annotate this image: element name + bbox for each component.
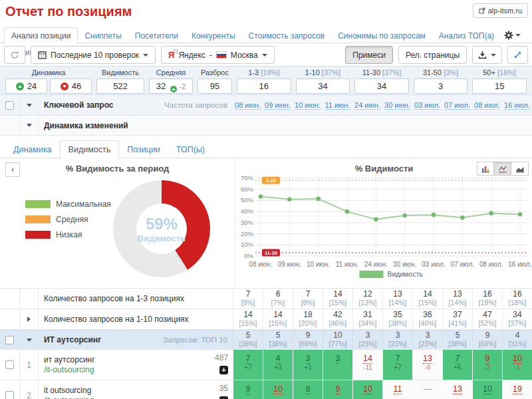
date-link[interactable]: 30 июн. bbox=[384, 101, 410, 110]
position-value[interactable]: 10 bbox=[483, 384, 492, 394]
position-value[interactable]: 4 bbox=[276, 354, 281, 364]
add-button[interactable]: + bbox=[219, 366, 228, 374]
admixtures-toggle-button[interactable]: Примеси bbox=[345, 46, 393, 64]
period-dropdown[interactable]: Последние 10 проверок bbox=[31, 46, 156, 64]
svg-text:30%: 30% bbox=[241, 219, 254, 226]
data-point[interactable] bbox=[316, 197, 321, 201]
position-value[interactable]: 3 bbox=[336, 354, 340, 364]
stats-range-label: 50+ [16%] bbox=[472, 68, 527, 78]
row-checkbox[interactable] bbox=[5, 391, 14, 399]
collapse-arrow-icon[interactable] bbox=[27, 104, 32, 107]
keyword-url-link[interactable]: /it-outsourcing bbox=[44, 396, 94, 399]
select-all-checkbox[interactable] bbox=[5, 101, 14, 110]
date-link[interactable]: 08 июл. bbox=[474, 101, 500, 110]
summary-cell: 14[15%] bbox=[263, 309, 293, 329]
toolbar-right: Примеси Рел. страницы bbox=[345, 46, 528, 64]
data-point[interactable] bbox=[432, 213, 436, 217]
legend-item: Средняя bbox=[25, 215, 111, 224]
position-value[interactable]: 14 bbox=[363, 354, 372, 364]
collapse-arrow-icon[interactable] bbox=[27, 124, 32, 127]
frequency-column-label: Частота запросов bbox=[164, 101, 227, 109]
svg-text:20%: 20% bbox=[241, 230, 254, 237]
main-tab[interactable]: Анализ ТОП(а) bbox=[432, 28, 501, 44]
position-value[interactable]: 7 bbox=[396, 354, 400, 364]
view-tab[interactable]: Позиции bbox=[119, 141, 168, 158]
position-value[interactable]: 8 bbox=[306, 384, 311, 394]
site-link-button[interactable]: alp-itsm.ru bbox=[473, 3, 528, 18]
row-checkbox[interactable] bbox=[5, 360, 14, 369]
data-point[interactable] bbox=[518, 212, 523, 217]
date-link[interactable]: 03 июл. bbox=[414, 101, 440, 110]
view-tab[interactable]: Видимость bbox=[60, 140, 120, 159]
svg-text:10 июн.: 10 июн. bbox=[307, 261, 330, 268]
position-value[interactable]: 11 bbox=[394, 384, 402, 394]
position-value[interactable]: 10 bbox=[363, 384, 372, 394]
bar-chart-toggle[interactable] bbox=[477, 162, 494, 176]
main-tab[interactable]: Синонимы по запросам bbox=[331, 28, 432, 44]
position-value[interactable]: 7 bbox=[456, 354, 460, 364]
stats-range-value: 16 bbox=[237, 78, 291, 94]
position-value[interactable]: 9 bbox=[485, 354, 490, 364]
russia-flag-icon bbox=[216, 51, 227, 59]
site-link-label: alp-itsm.ru bbox=[488, 7, 522, 15]
position-cell: 14-11 bbox=[352, 350, 382, 380]
line-chart-toggle[interactable] bbox=[494, 162, 511, 176]
position-cell: — bbox=[412, 380, 442, 399]
query-table-header: Ключевой запрос Частота запросов 08 июн.… bbox=[0, 95, 532, 116]
main-tab[interactable]: Анализ позиции bbox=[4, 27, 78, 45]
date-column: 09 июн. bbox=[263, 95, 293, 115]
main-tab[interactable]: Стоимость запросов bbox=[242, 28, 332, 44]
stats-range-value: 3 bbox=[414, 78, 468, 94]
position-value[interactable]: 7 bbox=[246, 354, 251, 364]
position-value[interactable]: 13 bbox=[423, 354, 432, 364]
data-point[interactable] bbox=[402, 213, 407, 218]
page-title: Отчет по позициям bbox=[5, 4, 132, 19]
export-dropdown-button[interactable] bbox=[472, 46, 502, 64]
data-point[interactable] bbox=[287, 197, 292, 201]
collapse-arrow-icon[interactable] bbox=[27, 338, 32, 342]
position-value[interactable]: 10 bbox=[513, 354, 522, 364]
fullscreen-button[interactable] bbox=[507, 46, 528, 64]
data-point[interactable] bbox=[460, 215, 465, 220]
position-value[interactable]: 13 bbox=[453, 384, 462, 394]
expand-arrow-icon[interactable] bbox=[27, 317, 31, 322]
keyword-url-link[interactable]: /it-outsourcing bbox=[44, 365, 94, 375]
yandex-icon: Я bbox=[168, 50, 174, 60]
main-tab[interactable]: Конкуренты bbox=[185, 28, 242, 44]
data-point[interactable] bbox=[345, 209, 350, 214]
data-point[interactable] bbox=[489, 211, 493, 215]
date-link[interactable]: 10 июн. bbox=[295, 101, 321, 110]
date-link[interactable]: 11 июн. bbox=[325, 101, 350, 110]
summary-cell: 34[37%] bbox=[502, 309, 532, 329]
settings-menu-button[interactable] bbox=[504, 29, 527, 42]
position-value[interactable]: 3 bbox=[306, 354, 311, 364]
add-button[interactable]: + bbox=[219, 396, 228, 399]
date-link[interactable]: 08 июн. bbox=[235, 101, 261, 110]
summary-cell: 14[15%] bbox=[233, 309, 263, 329]
date-link[interactable]: 09 июн. bbox=[265, 101, 291, 110]
engine-region-dropdown[interactable]: Я Яндекс - Москва bbox=[161, 46, 275, 64]
group-cell: 9[69%] bbox=[472, 331, 502, 349]
chevron-down-icon bbox=[515, 34, 521, 37]
view-tab[interactable]: ТОП(ы) bbox=[168, 141, 213, 158]
position-cell: 10 bbox=[263, 380, 293, 399]
group-checkbox[interactable] bbox=[5, 336, 14, 344]
date-link[interactable]: 07 июл. bbox=[444, 101, 470, 110]
area-chart-toggle[interactable] bbox=[511, 162, 529, 176]
date-link[interactable]: 24 июн. bbox=[354, 101, 380, 110]
date-link[interactable]: 16 июл. bbox=[504, 101, 530, 110]
data-point[interactable] bbox=[259, 194, 263, 199]
position-value[interactable]: 19 bbox=[513, 384, 522, 394]
data-point[interactable] bbox=[374, 217, 378, 222]
rel-pages-button[interactable]: Рел. страницы bbox=[398, 46, 467, 64]
chart-type-toggles bbox=[477, 162, 529, 176]
refresh-button[interactable] bbox=[4, 46, 25, 64]
position-delta: +1 bbox=[293, 363, 323, 372]
position-value[interactable]: 9 bbox=[336, 384, 340, 394]
position-value[interactable]: 10 bbox=[273, 384, 283, 394]
view-tab[interactable]: Динамика bbox=[5, 141, 60, 158]
position-value[interactable]: 9 bbox=[246, 384, 251, 394]
main-tab[interactable]: Посетители bbox=[128, 28, 185, 44]
main-tab[interactable]: Сниппеты bbox=[78, 28, 128, 44]
summary-cell: 13[14%] bbox=[382, 289, 412, 309]
